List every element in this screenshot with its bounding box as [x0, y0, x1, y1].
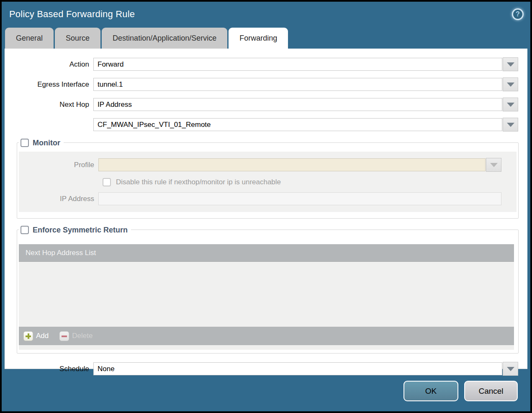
dialog-titlebar: Policy Based Forwarding Rule ? — [2, 2, 530, 27]
delete-button: Delete — [59, 331, 93, 341]
monitor-fieldset: Monitor Profile Disable this rule if nex… — [17, 142, 519, 219]
next-hop-type-select[interactable]: IP Address — [93, 98, 502, 111]
tab-source[interactable]: Source — [55, 28, 100, 49]
action-label: Action — [5, 60, 93, 69]
plus-icon — [23, 331, 33, 341]
action-dropdown-button[interactable] — [503, 57, 518, 71]
add-button[interactable]: Add — [23, 331, 49, 341]
profile-label: Profile — [19, 161, 98, 169]
chevron-down-icon — [507, 83, 514, 87]
next-hop-address-select[interactable]: CF_MWAN_IPsec_VTI_01_Remote — [93, 118, 502, 131]
minus-icon — [59, 331, 69, 341]
next-hop-dropdown-button[interactable] — [503, 98, 518, 111]
monitor-legend: Monitor — [19, 137, 64, 148]
action-row: Action Forward — [5, 57, 518, 71]
egress-interface-label: Egress Interface — [5, 80, 93, 89]
monitor-ip-address-row: IP Address — [19, 192, 501, 205]
egress-interface-dropdown-button[interactable] — [503, 77, 518, 91]
tab-destination-application-service[interactable]: Destination/Application/Service — [102, 28, 227, 49]
next-hop-address-row: CF_MWAN_IPsec_VTI_01_Remote — [5, 118, 518, 132]
monitor-checkbox[interactable] — [21, 139, 29, 147]
chevron-down-icon — [507, 123, 514, 127]
enforce-symmetric-return-legend: Enforce Symmetric Return — [19, 225, 131, 235]
ok-button[interactable]: OK — [403, 381, 458, 401]
disable-rule-row: Disable this rule if nexthop/monitor ip … — [103, 178, 517, 186]
egress-interface-row: Egress Interface tunnel.1 — [5, 77, 518, 91]
profile-row: Profile — [19, 158, 501, 172]
monitor-ip-address-input — [98, 192, 501, 205]
cancel-button[interactable]: Cancel — [464, 381, 518, 401]
chevron-down-icon — [507, 62, 514, 67]
dialog-title: Policy Based Forwarding Rule — [9, 9, 135, 20]
delete-button-label: Delete — [72, 332, 93, 340]
next-hop-address-list-table: Next Hop Address List Add Delete — [19, 244, 514, 350]
tab-general[interactable]: General — [5, 28, 54, 49]
next-hop-label: Next Hop — [5, 101, 93, 109]
action-select[interactable]: Forward — [93, 58, 502, 71]
enforce-symmetric-return-label: Enforce Symmetric Return — [33, 226, 128, 235]
disable-rule-label: Disable this rule if nexthop/monitor ip … — [116, 178, 281, 186]
enforce-symmetric-return-fieldset: Enforce Symmetric Return Next Hop Addres… — [17, 230, 519, 354]
next-hop-row: Next Hop IP Address — [5, 98, 518, 111]
tab-bar: General Source Destination/Application/S… — [2, 27, 530, 49]
enforce-symmetric-return-checkbox[interactable] — [21, 226, 29, 234]
disable-rule-checkbox — [103, 178, 111, 186]
chevron-down-icon — [507, 103, 514, 107]
profile-dropdown-button — [486, 158, 501, 172]
monitor-ip-address-label: IP Address — [19, 195, 98, 203]
chevron-down-icon — [490, 163, 498, 167]
next-hop-address-list-body[interactable] — [19, 262, 514, 327]
egress-interface-select[interactable]: tunnel.1 — [93, 78, 502, 91]
monitor-disabled-panel: Profile Disable this rule if nexthop/mon… — [19, 152, 517, 212]
table-bottom-strip — [19, 345, 514, 350]
next-hop-address-list-header: Next Hop Address List — [19, 244, 514, 262]
tab-content-panel: Action Forward Egress Interface tunnel.1… — [5, 49, 527, 369]
tab-forwarding[interactable]: Forwarding — [229, 28, 288, 49]
add-button-label: Add — [36, 332, 49, 340]
monitor-legend-label: Monitor — [33, 139, 60, 147]
profile-select — [98, 158, 486, 171]
dialog-footer: OK Cancel — [2, 370, 530, 411]
next-hop-address-dropdown-button[interactable] — [503, 118, 518, 132]
next-hop-address-list-footer: Add Delete — [19, 327, 514, 345]
help-icon[interactable]: ? — [512, 8, 524, 20]
